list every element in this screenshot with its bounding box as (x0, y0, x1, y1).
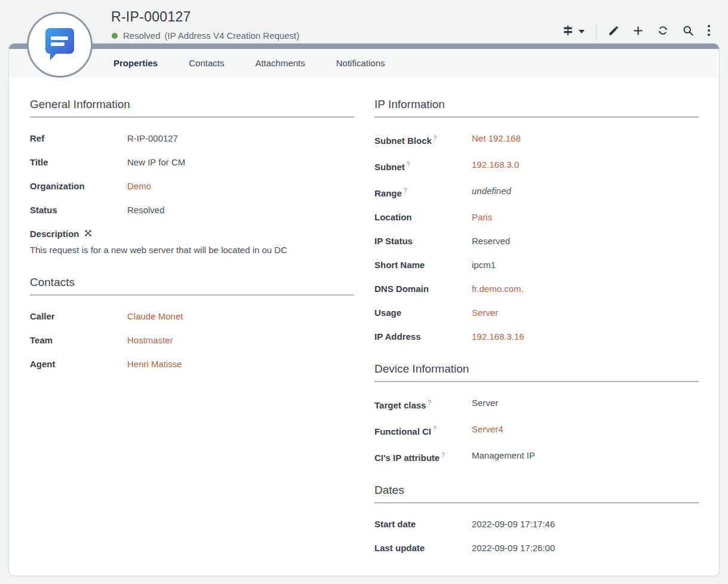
section-general-information: General Information Ref R-IP-000127 Titl… (30, 98, 354, 255)
dns-domain-link[interactable]: fr.demo.com. (472, 284, 524, 294)
section-contacts: Contacts Caller Claude Monet Team Hostma… (30, 276, 354, 369)
location-link[interactable]: Paris (472, 212, 492, 222)
agent-link[interactable]: Henri Matisse (127, 359, 182, 369)
card-accent-band (9, 44, 719, 49)
field-ip-address: IP Address 192.168.3.16 (374, 331, 699, 342)
tab-attachments[interactable]: Attachments (255, 58, 305, 68)
search-button[interactable] (675, 24, 701, 39)
field-value: 2022-09-09 17:17:46 (472, 519, 555, 529)
subnet-block-link[interactable]: Net 192.168 (472, 133, 521, 146)
refresh-button[interactable] (650, 24, 675, 39)
field-value: 2022-09-09 17:26:00 (472, 543, 555, 553)
search-icon (682, 24, 694, 39)
field-label: Functional CI? (374, 424, 472, 437)
chat-bubble-icon (42, 25, 78, 64)
section-device-information: Device Information Target class? Server … (374, 362, 699, 463)
expand-icon[interactable] (84, 229, 92, 239)
field-agent: Agent Henri Matisse (30, 359, 354, 369)
hint-icon: ? (441, 452, 445, 459)
field-value: Resolved (127, 205, 165, 215)
left-column: General Information Ref R-IP-000127 Titl… (30, 98, 354, 574)
field-status: Status Resolved (30, 205, 354, 215)
caller-link[interactable]: Claude Monet (127, 311, 183, 321)
hint-icon: ? (433, 426, 437, 432)
field-label: Team (30, 335, 127, 345)
more-actions-button[interactable] (701, 24, 717, 39)
field-label: Caller (30, 311, 127, 321)
field-start-date: Start date 2022-09-09 17:17:46 (374, 519, 699, 529)
field-last-update: Last update 2022-09-09 17:26:00 (374, 543, 699, 553)
field-ci-ip-attribute: CI's IP attribute? Management IP (374, 450, 699, 463)
field-label: Agent (30, 359, 127, 369)
functional-ci-link[interactable]: Server4 (472, 424, 503, 437)
field-label: Range? (374, 186, 472, 198)
field-subnet: Subnet? 192.168.3.0 (374, 159, 699, 172)
hint-icon: ? (404, 188, 407, 194)
field-range: Range? undefined (374, 186, 699, 198)
edit-button[interactable] (601, 25, 626, 39)
subnet-link[interactable]: 192.168.3.0 (472, 159, 519, 172)
page-header: R-IP-000127 Resolved (IP Address V4 Crea… (0, 0, 728, 43)
status-line: Resolved (IP Address V4 Creation Request… (112, 30, 299, 41)
section-title: Dates (374, 484, 699, 503)
section-dates: Dates Start date 2022-09-09 17:17:46 Las… (374, 484, 699, 553)
object-avatar (27, 12, 93, 78)
field-value: ipcm1 (472, 260, 496, 270)
toolbar-divider (596, 24, 597, 39)
field-caller: Caller Claude Monet (30, 311, 354, 321)
field-label: Subnet Block? (374, 133, 472, 146)
right-column: IP Information Subnet Block? Net 192.168… (374, 98, 699, 574)
field-target-class: Target class? Server (374, 398, 699, 410)
add-plus-icon (632, 25, 644, 39)
more-kebab-icon (707, 24, 711, 39)
refresh-icon (657, 24, 669, 39)
tab-contacts[interactable]: Contacts (189, 58, 224, 68)
field-dns-domain: DNS Domain fr.demo.com. (374, 284, 699, 294)
field-label: Last update (374, 543, 472, 553)
field-label: Location (374, 212, 472, 222)
field-label: Title (30, 157, 127, 167)
field-label: CI's IP attribute? (374, 450, 472, 463)
field-label: Usage (374, 308, 472, 318)
field-description-label: Description (30, 229, 354, 239)
field-ref: Ref R-IP-000127 (30, 133, 354, 143)
field-value: New IP for CM (127, 157, 185, 167)
field-label: Organization (30, 181, 127, 191)
section-title: Device Information (374, 362, 699, 382)
field-short-name: Short Name ipcm1 (374, 260, 699, 270)
field-value: R-IP-000127 (127, 133, 178, 143)
field-value: Reserved (472, 236, 510, 246)
usage-link[interactable]: Server (472, 308, 498, 318)
section-title: Contacts (30, 276, 354, 296)
organization-link[interactable]: Demo (127, 181, 151, 191)
toolbar (555, 23, 717, 41)
field-team: Team Hostmaster (30, 335, 354, 345)
ip-address-link[interactable]: 192.168.3.16 (472, 331, 524, 342)
field-organization: Organization Demo (30, 181, 354, 191)
field-subnet-block: Subnet Block? Net 192.168 (374, 133, 699, 146)
chevron-down-icon (579, 30, 585, 33)
filter-menu-button[interactable] (555, 24, 591, 39)
object-card: Properties Contacts Attachments Notifica… (8, 43, 720, 576)
field-label: Status (30, 205, 127, 215)
field-label: IP Address (374, 331, 472, 342)
team-link[interactable]: Hostmaster (127, 335, 173, 345)
properties-panel: General Information Ref R-IP-000127 Titl… (9, 77, 719, 574)
field-location: Location Paris (374, 212, 699, 222)
tab-notifications[interactable]: Notifications (336, 58, 385, 68)
filter-icon (561, 24, 575, 39)
description-text: This request is for a new web server tha… (30, 245, 354, 255)
field-label: Start date (374, 519, 472, 529)
tab-properties[interactable]: Properties (113, 58, 158, 68)
field-value: Server (472, 398, 498, 410)
status-detail: (IP Address V4 Creation Request) (165, 30, 300, 41)
section-title: IP Information (374, 98, 699, 118)
add-button[interactable] (626, 25, 650, 39)
field-label: DNS Domain (374, 284, 472, 294)
edit-pencil-icon (608, 25, 619, 39)
field-label: Target class? (374, 398, 472, 410)
field-label: Subnet? (374, 159, 472, 172)
hint-icon: ? (407, 161, 410, 168)
status-dot-icon (112, 33, 118, 39)
hint-icon: ? (434, 135, 437, 142)
